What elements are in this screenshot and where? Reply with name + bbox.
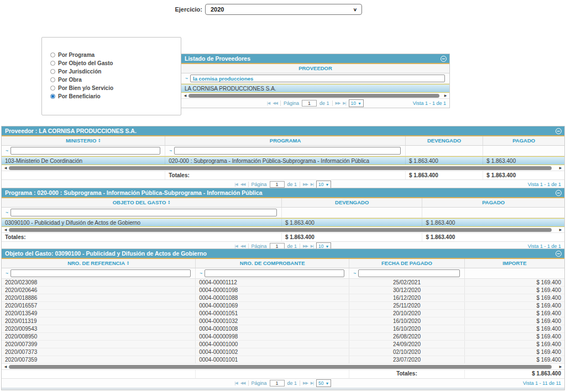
programa-filter-input[interactable]: [174, 147, 401, 155]
column-header-programa[interactable]: PROGRAMA: [165, 136, 405, 145]
page-size-select[interactable]: 50 ▼: [316, 379, 331, 387]
pager-last-icon[interactable]: ▶|: [343, 101, 345, 105]
filter-operator-icon[interactable]: ~: [3, 210, 11, 215]
programa-grid-row-selected[interactable]: 03090100 - Publicidad y Difusión de Acto…: [2, 218, 564, 227]
objeto-filter-input[interactable]: [11, 209, 277, 216]
column-header-devengado[interactable]: DEVENGADO: [405, 136, 483, 145]
column-header-pagado[interactable]: PAGADO: [422, 198, 564, 207]
scrollbar-thumb[interactable]: [9, 166, 552, 170]
pager-next-icon[interactable]: ▶▶: [336, 101, 340, 105]
filter-operator-icon[interactable]: ~: [197, 271, 205, 276]
filter-operator-icon[interactable]: ~: [183, 76, 190, 81]
referencia-filter-input[interactable]: [11, 269, 191, 277]
scroll-left-icon[interactable]: ◀: [3, 165, 8, 171]
scrollbar-thumb[interactable]: [9, 228, 552, 232]
scrollbar-thumb[interactable]: [9, 365, 552, 369]
table-row[interactable]: 2020/007399 0004-00001000 24/09/2020 $ 1…: [2, 341, 564, 348]
scroll-right-icon[interactable]: ▶: [558, 165, 563, 171]
table-row[interactable]: 2020/011319 0004-00001032 16/10/2020 $ 1…: [2, 317, 564, 325]
column-header-fecha-pagado[interactable]: FECHA DE PAGADO: [349, 259, 464, 268]
table-row[interactable]: 2020/009543 0004-00001008 16/10/2020 $ 1…: [2, 325, 564, 333]
collapse-icon[interactable]: −: [441, 56, 447, 62]
proveedor-search-input[interactable]: [190, 75, 445, 82]
radio-por-bien-servicio[interactable]: Por Bien y/o Servicio: [50, 84, 181, 92]
filter-operator-icon[interactable]: ~: [3, 148, 11, 153]
pager-first-icon[interactable]: |◀: [235, 244, 238, 248]
pager-first-icon[interactable]: |◀: [267, 101, 270, 105]
table-row[interactable]: 2020/018886 0004-00001088 16/12/2020 $ 1…: [2, 294, 564, 302]
radio-icon: [50, 86, 55, 91]
ministerio-filter-input[interactable]: [11, 147, 160, 155]
pager-next-icon[interactable]: ▶▶: [303, 244, 308, 248]
scroll-right-icon[interactable]: ▶: [443, 93, 448, 99]
page-size-value: 50: [318, 380, 323, 386]
comprobante-cell: 0004-00001112: [195, 279, 349, 286]
filter-operator-icon[interactable]: ~: [167, 148, 174, 153]
proveedor-row-selected[interactable]: LA CORNISA PRODUCCIONES S.A.: [181, 84, 449, 93]
pager-next-icon[interactable]: ▶▶: [303, 381, 308, 385]
scroll-right-icon[interactable]: ▶: [558, 364, 563, 370]
scroll-left-icon[interactable]: ◀: [3, 364, 8, 370]
page-number-input[interactable]: [302, 100, 317, 107]
fecha-cell: 26/08/2020: [349, 333, 464, 340]
scroll-right-icon[interactable]: ▶: [558, 227, 563, 233]
column-header-nro-referencia[interactable]: NRO. DE REFERENCIA▲▼: [2, 259, 195, 268]
table-row[interactable]: 2020/016557 0004-00001069 25/11/2020 $ 1…: [2, 302, 564, 310]
table-row[interactable]: 2020/023098 0004-00001112 25/02/2021 $ 1…: [2, 279, 564, 287]
table-row[interactable]: 2020/020646 0004-00001098 30/12/2020 $ 1…: [2, 287, 564, 294]
page-size-value: 10: [351, 100, 356, 106]
scroll-left-icon[interactable]: ◀: [183, 93, 187, 99]
radio-por-objeto-del-gasto[interactable]: Por Objeto del Gasto: [50, 59, 181, 67]
referencia-cell: 2020/013549: [2, 310, 195, 317]
page-size-select[interactable]: 10 ▼: [349, 99, 364, 107]
collapse-icon[interactable]: −: [555, 128, 562, 134]
collapse-icon[interactable]: −: [555, 190, 562, 196]
pagina-label: Página: [251, 380, 267, 386]
column-header-proveedor[interactable]: PROVEEDOR: [181, 64, 449, 73]
table-row[interactable]: 2020/007373 0004-00001002 02/10/2020 $ 1…: [2, 348, 564, 356]
column-header-objeto-del-gasto[interactable]: OBJETO DEL GASTO▲▼: [2, 198, 281, 207]
collapse-icon[interactable]: −: [555, 251, 562, 257]
pager-first-icon[interactable]: |◀: [235, 381, 238, 385]
proveedor-grid-row-selected[interactable]: 103-Ministerio De Coordinación 020-000 :…: [2, 156, 564, 165]
column-header-ministerio[interactable]: MINISTERIO▲▼: [2, 136, 165, 145]
radio-por-jurisdiccion[interactable]: Por Jurisdicción: [50, 67, 181, 76]
scrollbar-track: [9, 365, 557, 369]
column-header-nro-comprobante[interactable]: NRO. DE COMPROBANTE: [195, 259, 349, 268]
caret-down-icon: ▼: [326, 183, 329, 187]
pager-prev-icon[interactable]: ◀◀: [240, 244, 245, 248]
caret-down-icon: ▼: [326, 382, 329, 385]
column-header-devengado[interactable]: DEVENGADO: [281, 198, 422, 207]
filter-operator-icon[interactable]: ~: [3, 271, 11, 276]
page-number-input[interactable]: [270, 181, 285, 188]
pager-last-icon[interactable]: ▶|: [311, 381, 313, 385]
comprobante-filter-input[interactable]: [205, 269, 344, 277]
page-number-input[interactable]: [270, 380, 285, 386]
vista-status: Vista 1 - 1 de 1: [390, 100, 449, 106]
scrollbar-thumb[interactable]: [188, 94, 439, 98]
table-row[interactable]: 2020/007359 0004-00001001 23/07/2020 $ 1…: [2, 356, 564, 364]
filter-operator-icon[interactable]: ~: [351, 271, 358, 276]
column-header-importe[interactable]: IMPORTE: [464, 259, 564, 268]
pager-prev-icon[interactable]: ◀◀: [240, 182, 245, 187]
radio-por-programa[interactable]: Por Programa: [50, 51, 181, 59]
table-row[interactable]: 2020/008950 0004-00000998 26/08/2020 $ 1…: [2, 333, 564, 341]
pager-prev-icon[interactable]: ◀◀: [272, 101, 277, 105]
proveedor-grid: Proveedor : LA CORNISA PRODUCCIONES S.A.…: [1, 126, 565, 189]
pager-last-icon[interactable]: ▶|: [311, 182, 313, 187]
fecha-filter-input[interactable]: [358, 269, 460, 277]
radio-por-beneficiario[interactable]: Por Beneficiario: [50, 92, 181, 100]
table-row[interactable]: 2020/013549 0004-00001051 20/10/2020 $ 1…: [2, 310, 564, 317]
radio-por-obra[interactable]: Por Obra: [50, 76, 181, 84]
column-header-pagado[interactable]: PAGADO: [483, 136, 564, 145]
scrollbar-track: [9, 228, 557, 232]
pager-first-icon[interactable]: |◀: [235, 182, 238, 187]
radio-icon: [50, 69, 55, 74]
pager-last-icon[interactable]: ▶|: [311, 244, 313, 248]
ejercicio-select[interactable]: 2020 ∨: [205, 4, 362, 15]
page-size-select[interactable]: 10 ▼: [316, 181, 331, 188]
pager-prev-icon[interactable]: ◀◀: [240, 381, 245, 385]
scroll-left-icon[interactable]: ◀: [3, 227, 8, 233]
comprobante-cell: 0004-00000998: [195, 333, 349, 340]
pager-next-icon[interactable]: ▶▶: [303, 182, 308, 187]
